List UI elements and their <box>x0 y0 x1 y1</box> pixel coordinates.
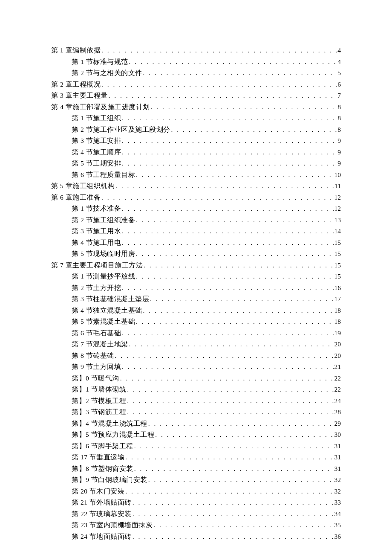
toc-entry-page: 4 <box>337 45 341 56</box>
toc-entry: 第 2 节施工作业区及施工段划分 8 <box>51 124 341 136</box>
toc-entry-label: 第 4 节独立混凝土基础 <box>72 305 142 316</box>
toc-entry: 第 5 章施工组织机构 11 <box>51 180 341 192</box>
toc-entry: 第 3 节施工用水 14 <box>51 226 341 237</box>
toc-entry-label: 第 3 节施工安排 <box>72 135 121 147</box>
toc-entry: 第 1 节测量抄平放线 15 <box>51 271 341 282</box>
toc-entry: 第 21 节外墙贴面砖 33 <box>51 497 341 508</box>
toc-entry: 第】6 节脚手架工程 31 <box>51 441 341 452</box>
toc-leader-dots <box>115 180 334 192</box>
toc-leader-dots <box>136 169 334 181</box>
toc-entry-label: 第】4 节混凝土浇筑工程 <box>72 418 147 430</box>
toc-list: 第 1 章编制依据 4第 1 节标准与规范 4第 2 节与之相关的文件 5第 2… <box>51 45 341 540</box>
toc-entry-label: 第 1 节测量抄平放线 <box>72 271 135 282</box>
toc-entry-page: 8 <box>337 124 341 136</box>
toc-leader-dots <box>133 508 334 520</box>
toc-leader-dots <box>133 497 334 508</box>
toc-entry: 第 7 章主要工程项目施工方法 15 <box>51 260 341 271</box>
toc-entry-label: 第 21 节外墙贴面砖 <box>72 497 132 508</box>
toc-entry-page: 34 <box>334 508 341 520</box>
toc-entry-label: 第 5 章施工组织机构 <box>51 180 115 192</box>
toc-entry-page: 5 <box>337 67 341 79</box>
toc-entry-page: 13 <box>334 215 341 226</box>
toc-entry-label: 第 7 章主要工程项目施工方法 <box>51 260 143 271</box>
toc-entry-label: 第 22 节玻璃幕安装 <box>72 508 132 520</box>
toc-entry-page: 21 <box>334 361 341 373</box>
toc-entry-label: 第 3 章主要工程量 <box>51 90 108 102</box>
toc-entry: 第 22 节玻璃幕安装 34 <box>51 508 341 520</box>
toc-entry-label: 第 2 节施工作业区及施工段划分 <box>72 124 170 136</box>
toc-entry-label: 第 2 节与之相关的文件 <box>72 67 142 79</box>
toc-leader-dots <box>136 215 334 226</box>
toc-entry-page: 30 <box>334 429 341 441</box>
toc-entry: 第 9 节土方回填 21 <box>51 361 341 373</box>
toc-leader-dots <box>129 339 334 350</box>
toc-entry-label: 第 6 节毛石基础 <box>72 328 121 339</box>
toc-entry-label: 第 24 节地面贴面砖 <box>72 531 132 540</box>
toc-entry: 第 7 节混凝土地梁 20 <box>51 339 341 350</box>
toc-leader-dots <box>101 45 337 56</box>
toc-entry-page: 20 <box>334 350 341 362</box>
toc-leader-dots <box>125 452 333 463</box>
toc-entry-label: 第 3 节施工用水 <box>72 226 121 237</box>
toc-entry-page: 31 <box>334 452 341 463</box>
toc-entry-page: 22 <box>334 384 341 395</box>
toc-entry-label: 第】5 节预应力混凝土工程 <box>72 429 154 441</box>
toc-leader-dots <box>109 90 337 102</box>
toc-entry-page: 29 <box>334 418 341 430</box>
toc-entry: 第 1 节施工组织 8 <box>51 113 341 124</box>
toc-entry-label: 第 1 节施工组织 <box>72 113 121 124</box>
toc-entry-label: 第 6 节工程质量目标 <box>72 169 135 181</box>
toc-leader-dots <box>115 350 334 362</box>
toc-entry: 第 2 章工程概况 6 <box>51 79 341 90</box>
toc-entry-label: 第】3 节钢筋工程 <box>72 406 126 418</box>
toc-leader-dots <box>148 474 334 486</box>
toc-entry-label: 第 4 章施工部署及施工进度计划 <box>51 102 150 113</box>
toc-entry-label: 第 6 章施工准备 <box>51 192 101 203</box>
toc-entry-page: 6 <box>337 79 341 90</box>
toc-leader-dots <box>150 293 334 305</box>
toc-entry-page: 20 <box>334 339 341 350</box>
toc-entry-page: 18 <box>334 305 341 316</box>
toc-entry-label: 第 2 节土方开挖 <box>72 282 121 294</box>
toc-entry-label: 第 5 节现场临时用房 <box>72 248 135 260</box>
toc-entry: 第 2 节土方开挖 16 <box>51 282 341 294</box>
toc-entry: 第 2 节施工组织准备 13 <box>51 215 341 226</box>
toc-entry: 第 4 章施工部署及施工进度计划 8 <box>51 102 341 113</box>
toc-entry-label: 第 5 节工期安排 <box>72 158 121 169</box>
toc-entry: 第 17 节垂直运输 31 <box>51 452 341 463</box>
toc-leader-dots <box>136 271 334 282</box>
toc-leader-dots <box>136 316 334 328</box>
toc-entry: 第 1 节技术准备 12 <box>51 203 341 215</box>
toc-page: 第 1 章编制依据 4第 1 节标准与规范 4第 2 节与之相关的文件 5第 2… <box>0 0 392 540</box>
toc-entry-page: 33 <box>334 497 341 508</box>
toc-entry-label: 第 4 节施工用电 <box>72 237 121 249</box>
toc-entry-label: 第 1 节技术准备 <box>72 203 121 215</box>
toc-entry-page: 9 <box>337 135 341 147</box>
toc-entry-page: 24 <box>334 395 341 407</box>
toc-entry: 第 4 节施工用电 15 <box>51 237 341 249</box>
toc-leader-dots <box>136 248 334 260</box>
toc-leader-dots <box>134 441 334 452</box>
toc-leader-dots <box>122 361 334 373</box>
toc-leader-dots <box>122 147 337 158</box>
toc-leader-dots <box>144 260 334 271</box>
toc-leader-dots <box>127 406 333 418</box>
toc-entry: 第 5 节素混凝土基础 18 <box>51 316 341 328</box>
toc-entry-page: 11 <box>334 180 341 192</box>
toc-leader-dots <box>155 429 333 441</box>
toc-entry-label: 第 4 节施工顺序 <box>72 147 121 158</box>
toc-entry-page: 16 <box>334 282 341 294</box>
toc-entry-label: 第】9 节白钢玻璃门安装 <box>72 474 147 486</box>
toc-entry-page: 7 <box>337 90 341 102</box>
toc-entry-page: 32 <box>334 474 341 486</box>
toc-entry: 第】0 节暖气沟 22 <box>51 373 341 384</box>
toc-leader-dots <box>127 384 333 395</box>
toc-entry: 第 6 章施工准备 12 <box>51 192 341 203</box>
toc-entry: 第 3 章主要工程量 7 <box>51 90 341 102</box>
toc-entry-page: 8 <box>337 102 341 113</box>
toc-leader-dots <box>148 418 334 430</box>
toc-entry-label: 第】6 节脚手架工程 <box>72 441 133 452</box>
toc-leader-dots <box>125 486 333 497</box>
toc-entry: 第 3 节施工安排 9 <box>51 135 341 147</box>
toc-entry: 第 6 节工程质量目标 10 <box>51 169 341 181</box>
